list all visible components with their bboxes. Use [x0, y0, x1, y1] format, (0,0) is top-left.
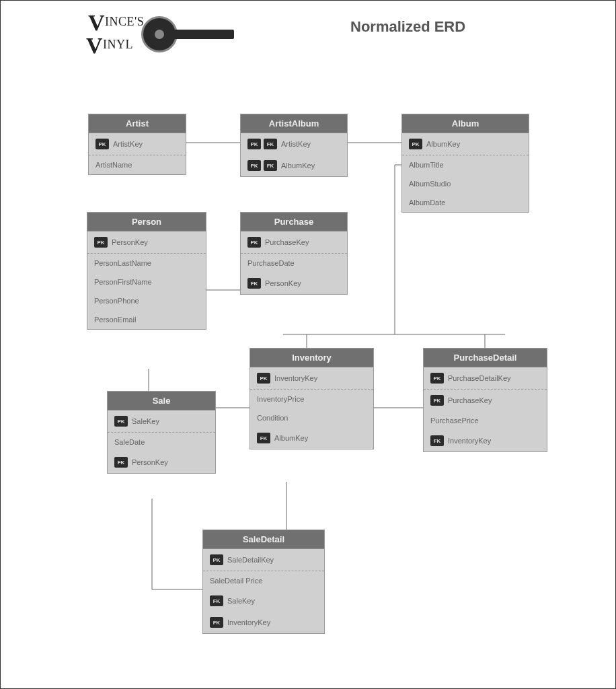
attr-row: FKPersonKey [241, 273, 347, 294]
attr-label: SaleDetail Price [210, 577, 317, 585]
attr-label: AlbumStudio [409, 180, 522, 188]
pk-badge-icon: PK [247, 139, 261, 149]
attr-label: ArtistName [95, 161, 179, 169]
attr-row: PKPurchaseKey [241, 231, 347, 254]
attr-label: Condition [257, 414, 367, 422]
attr-label: ArtistKey [113, 140, 179, 148]
attr-row: FKPurchaseKey [424, 390, 547, 411]
attr-list: PKPurchaseDetailKeyFKPurchaseKeyPurchase… [424, 367, 547, 451]
attr-label: PersonKey [112, 238, 199, 246]
entity-inventory: Inventory PKInventoryKeyInventoryPriceCo… [249, 348, 374, 449]
fk-badge-icon: FK [114, 457, 128, 468]
attr-label: ArtistKey [281, 140, 340, 148]
attr-label: PersonKey [132, 458, 208, 466]
attr-row: PKFKArtistKey [241, 133, 347, 155]
entity-person: Person PKPersonKeyPersonLastNamePersonFi… [87, 212, 206, 330]
attr-label: AlbumTitle [409, 161, 522, 169]
attr-label: AlbumKey [426, 140, 522, 148]
attr-label: SaleDetailKey [227, 556, 317, 564]
attr-list: PKSaleDetailKeySaleDetail PriceFKSaleKey… [203, 549, 324, 633]
attr-row: SaleDate [108, 433, 215, 451]
attr-list: PKPurchaseKeyPurchaseDateFKPersonKey [241, 231, 347, 294]
entity-header: Album [402, 114, 529, 133]
attr-row: FKSaleKey [203, 590, 324, 612]
attr-label: InventoryKey [227, 618, 317, 626]
pk-badge-icon: PK [94, 237, 108, 248]
entity-header: Inventory [250, 349, 373, 367]
attr-label: PersonLastName [94, 259, 199, 267]
attr-label: AlbumDate [409, 198, 522, 207]
fk-badge-icon: FK [264, 139, 277, 149]
attr-label: InventoryKey [448, 437, 540, 445]
attr-row: AlbumStudio [402, 174, 529, 193]
attr-label: PurchasePrice [430, 416, 540, 425]
attr-row: ArtistName [89, 155, 186, 174]
attr-label: AlbumKey [274, 434, 367, 442]
pk-badge-icon: PK [430, 373, 444, 384]
entity-header: Purchase [241, 213, 347, 231]
attr-label: InventoryPrice [257, 395, 367, 403]
attr-row: PKPurchaseDetailKey [424, 367, 547, 390]
pk-badge-icon: PK [95, 139, 109, 149]
attr-label: AlbumKey [281, 161, 340, 170]
attr-row: PKInventoryKey [250, 367, 373, 390]
attr-label: SaleKey [132, 417, 208, 425]
attr-row: PersonPhone [87, 291, 206, 310]
attr-label: PersonFirstName [94, 278, 199, 286]
entity-header: Person [87, 213, 206, 231]
attr-row: PurchasePrice [424, 411, 547, 430]
pk-badge-icon: PK [409, 139, 422, 149]
attr-row: PKFKAlbumKey [241, 155, 347, 176]
attr-row: PKAlbumKey [402, 133, 529, 155]
attr-label: SaleKey [227, 597, 317, 605]
attr-label: PersonEmail [94, 316, 199, 324]
fk-badge-icon: FK [430, 395, 444, 406]
attr-row: FKAlbumKey [250, 427, 373, 449]
attr-row: AlbumTitle [402, 155, 529, 174]
attr-label: SaleDate [114, 438, 208, 446]
fk-badge-icon: FK [430, 435, 444, 446]
attr-row: InventoryPrice [250, 390, 373, 408]
entity-sale: Sale PKSaleKeySaleDateFKPersonKey [107, 391, 216, 474]
entity-purchase-detail: PurchaseDetail PKPurchaseDetailKeyFKPurc… [423, 348, 547, 452]
attr-label: PersonKey [265, 279, 340, 287]
attr-row: FKInventoryKey [424, 430, 547, 451]
entity-sale-detail: SaleDetail PKSaleDetailKeySaleDetail Pri… [202, 530, 325, 634]
attr-list: PKFKArtistKeyPKFKAlbumKey [241, 133, 347, 176]
attr-row: PKPersonKey [87, 231, 206, 254]
attr-label: PurchaseDetailKey [448, 374, 540, 382]
entity-album: Album PKAlbumKeyAlbumTitleAlbumStudioAlb… [401, 114, 529, 213]
fk-badge-icon: FK [210, 617, 223, 628]
pk-badge-icon: PK [257, 373, 270, 384]
attr-row: AlbumDate [402, 193, 529, 212]
attr-list: PKSaleKeySaleDateFKPersonKey [108, 410, 215, 473]
entity-purchase: Purchase PKPurchaseKeyPurchaseDateFKPers… [240, 212, 348, 295]
attr-label: PurchaseDate [247, 259, 340, 267]
attr-row: PersonEmail [87, 310, 206, 329]
attr-row: PKSaleDetailKey [203, 549, 324, 571]
pk-badge-icon: PK [247, 160, 261, 171]
attr-list: PKPersonKeyPersonLastNamePersonFirstName… [87, 231, 206, 329]
fk-badge-icon: FK [247, 278, 261, 289]
entity-header: ArtistAlbum [241, 114, 347, 133]
attr-row: PKArtistKey [89, 133, 186, 155]
attr-row: FKInventoryKey [203, 612, 324, 633]
attr-label: PersonPhone [94, 297, 199, 305]
entity-header: SaleDetail [203, 530, 324, 549]
attr-row: PKSaleKey [108, 410, 215, 433]
attr-row: PurchaseDate [241, 254, 347, 273]
entity-header: Sale [108, 392, 215, 410]
fk-badge-icon: FK [264, 160, 277, 171]
attr-list: PKInventoryKeyInventoryPriceConditionFKA… [250, 367, 373, 449]
attr-row: PersonFirstName [87, 273, 206, 291]
attr-row: SaleDetail Price [203, 571, 324, 590]
attr-label: PurchaseKey [265, 238, 340, 246]
pk-badge-icon: PK [114, 416, 128, 427]
attr-row: Condition [250, 408, 373, 427]
pk-badge-icon: PK [247, 237, 261, 248]
attr-label: InventoryKey [274, 374, 367, 382]
attr-label: PurchaseKey [448, 396, 540, 404]
entity-header: Artist [89, 114, 186, 133]
fk-badge-icon: FK [257, 433, 270, 443]
fk-badge-icon: FK [210, 595, 223, 606]
